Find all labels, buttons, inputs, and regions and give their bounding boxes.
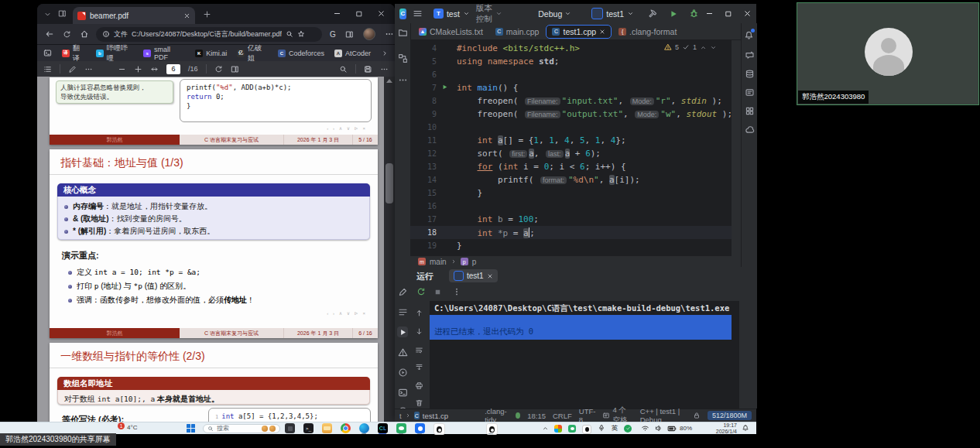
minimize-icon[interactable] — [333, 9, 341, 18]
tab-close-icon[interactable] — [599, 27, 605, 36]
g-extension-icon[interactable]: G — [330, 30, 336, 39]
pdf-toc-icon[interactable] — [43, 65, 52, 74]
code-editor[interactable]: 4#include <bits/stdc++.h>5using namespac… — [410, 40, 732, 255]
line-number[interactable]: 10 — [410, 123, 443, 132]
code-line-10[interactable]: 10 — [410, 121, 732, 134]
line-number[interactable]: 17 — [410, 215, 443, 224]
breadcrumb-function[interactable]: main — [430, 258, 447, 266]
project-tool-icon[interactable] — [397, 27, 408, 38]
inspection-widget[interactable]: 5 1 — [664, 43, 717, 51]
status-caret-position[interactable]: 18:15 — [527, 412, 546, 420]
build-tool-icon[interactable] — [397, 286, 408, 297]
maximize-icon[interactable] — [725, 10, 732, 18]
notifications-bell[interactable] — [744, 29, 754, 43]
line-number[interactable]: 6 — [410, 70, 443, 79]
scrollbar-thumb[interactable] — [385, 163, 393, 203]
status-file-name[interactable]: test1.cp — [423, 412, 448, 420]
stop-icon[interactable] — [433, 288, 442, 296]
maximize-icon[interactable] — [355, 10, 363, 18]
reload-icon[interactable] — [63, 30, 71, 39]
code-line-9[interactable]: 9 freopen( Filename:"output.txt", Mode:"… — [410, 108, 732, 121]
code-line-19[interactable]: 19} — [410, 239, 732, 252]
bookmark-Codeforces[interactable]: CCodeforces — [278, 43, 324, 63]
pdf-viewport[interactable]: 人脑计算容易忽略替换规则， 导致优先级错误。 printf("%d", ADD(… — [37, 77, 395, 433]
url-text[interactable]: C:/Users/24087/Desktop/C语言/build/beamer.… — [132, 29, 282, 39]
code-line-17[interactable]: 17 int b = 100; — [410, 213, 732, 226]
address-bar[interactable]: 文件 C:/Users/24087/Desktop/C语言/build/beam… — [96, 27, 322, 42]
profile-avatar[interactable] — [363, 28, 375, 40]
code-line-12[interactable]: 12 sort( first:a, last:a + 6); — [410, 147, 732, 160]
notification-center-icon[interactable] — [742, 424, 749, 432]
rerun-icon[interactable] — [416, 287, 426, 296]
bookmark-哔哩哔哩[interactable]: b哔哩哔哩 — [96, 43, 133, 63]
taskbar-search[interactable]: 搜索 — [203, 424, 280, 433]
bookmarks-overflow-icon[interactable] — [381, 50, 389, 57]
run-tab-close-icon[interactable] — [487, 273, 493, 279]
code-line-16[interactable]: 16 — [410, 200, 732, 213]
run-tab[interactable]: test1 — [449, 269, 498, 282]
taskbar-terminal-app[interactable]: >_ — [303, 423, 314, 433]
line-number[interactable]: 16 — [410, 202, 443, 210]
close-icon[interactable] — [377, 9, 385, 18]
prev-problem-icon[interactable] — [700, 44, 707, 51]
print-icon[interactable] — [415, 381, 423, 390]
page-number-input[interactable]: 6 — [166, 64, 180, 74]
zoom-in-icon[interactable] — [134, 65, 142, 74]
code-line-13[interactable]: 13 for (int i = 0; i < 6; i++) { — [410, 160, 732, 173]
clear-console-icon[interactable] — [415, 398, 423, 407]
close-icon[interactable] — [743, 9, 752, 18]
rotate-icon[interactable] — [214, 65, 223, 74]
editor-tab-CMakeLists.txt[interactable]: ▲CMakeLists.txt — [413, 26, 488, 38]
taskbar-meeting-app[interactable] — [415, 423, 425, 433]
line-number[interactable]: 18 — [410, 228, 443, 237]
soft-wrap-icon[interactable] — [415, 346, 423, 354]
run-config-selector[interactable]: test1 — [591, 8, 634, 19]
run-icon[interactable] — [669, 9, 678, 19]
line-number[interactable]: 11 — [410, 136, 443, 145]
split-screen-icon[interactable] — [345, 30, 354, 39]
tray-battery-icon[interactable] — [667, 424, 677, 433]
pdf-overflow-icon[interactable] — [380, 65, 389, 74]
line-number[interactable]: 7 — [410, 84, 443, 92]
todo-tool-icon[interactable] — [397, 306, 408, 317]
status-memory-indicator[interactable]: 512/1800M — [708, 411, 752, 420]
clock[interactable]: 19:17 2026/1/4 — [701, 422, 737, 434]
line-number[interactable]: 13 — [410, 162, 443, 171]
taskbar-chrome[interactable] — [341, 423, 351, 433]
zoom-page-icon[interactable] — [286, 30, 293, 38]
line-number[interactable]: 15 — [410, 189, 443, 197]
scroll-up-arrow[interactable] — [386, 79, 392, 83]
minimize-icon[interactable] — [705, 9, 714, 18]
favorite-star-icon[interactable] — [297, 30, 305, 38]
code-line-14[interactable]: 14 printf( format:"%d\n", a[i]); — [410, 173, 732, 186]
next-problem-icon[interactable] — [710, 44, 717, 51]
taskbar-edge[interactable] — [359, 423, 369, 433]
code-line-7[interactable]: 7int main() { — [410, 81, 732, 94]
browser-menu-icon[interactable] — [385, 29, 394, 39]
build-type-selector[interactable]: Debug — [538, 9, 571, 19]
tray-store-icon[interactable] — [554, 425, 562, 433]
weather-temperature[interactable]: 4°C — [127, 424, 137, 431]
editor-tab-.clang-format[interactable]: {.clang-format — [613, 26, 682, 38]
code-line-11[interactable]: 11 int a[] = {1, 1, 4, 5, 1, 4}; — [410, 134, 732, 147]
tray-mic-icon[interactable] — [598, 424, 605, 432]
taskbar-qq[interactable] — [433, 423, 445, 435]
structure-tool-icon[interactable] — [397, 53, 408, 63]
database-tool-icon[interactable] — [744, 68, 755, 79]
browser-tab-active[interactable]: beamer.pdf — [73, 7, 195, 24]
pdf-scrollbar[interactable] — [384, 77, 395, 433]
lock-icon[interactable] — [693, 412, 701, 419]
tray-volume-icon[interactable] — [654, 424, 663, 433]
line-number[interactable]: 8 — [410, 97, 443, 105]
pdf-more-icon[interactable] — [84, 65, 93, 74]
pdf-save-icon[interactable] — [364, 65, 372, 74]
line-number[interactable]: 14 — [410, 176, 443, 184]
home-icon[interactable] — [80, 29, 89, 39]
more-tools-icon[interactable] — [397, 74, 408, 85]
main-menu-icon[interactable] — [413, 9, 423, 19]
participant-video-tile[interactable]: 郭浩然2024303980 — [797, 2, 979, 105]
status-breadcrumb-prefix[interactable]: t — [399, 412, 402, 420]
clangd-status-icon[interactable] — [516, 412, 520, 419]
sidebar-toggle-icon[interactable] — [43, 49, 52, 57]
next-occurrence-icon[interactable] — [415, 327, 423, 336]
